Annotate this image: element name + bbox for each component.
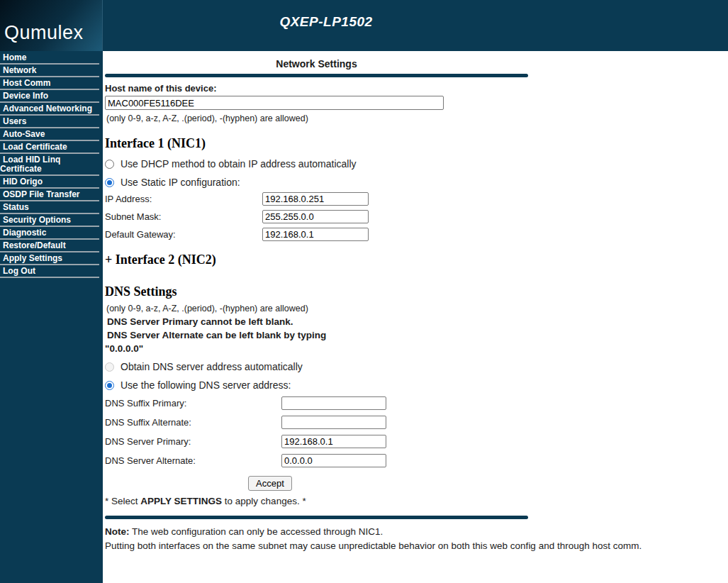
- sidebar-item-device-info[interactable]: Device Info: [0, 91, 99, 103]
- apply-note-suffix: to apply changes. *: [222, 496, 306, 506]
- default-gateway-input[interactable]: [262, 228, 369, 241]
- sidebar-item-advanced-networking[interactable]: Advanced Networking: [0, 104, 99, 116]
- dns-suffix-primary-label: DNS Suffix Primary:: [105, 398, 281, 409]
- subnet-mask-input[interactable]: [262, 210, 369, 223]
- dns-server-alternate-row: DNS Server Alternate:: [105, 454, 728, 467]
- apply-note-prefix: * Select: [105, 496, 140, 506]
- footer-note-text: The web configuration can only be access…: [130, 526, 383, 537]
- nic1-dhcp-option[interactable]: Use DHCP method to obtain IP address aut…: [105, 158, 728, 170]
- default-gateway-label: Default Gateway:: [105, 229, 262, 240]
- page-title: Network Settings: [105, 58, 528, 70]
- subnet-mask-row: Subnet Mask:: [105, 210, 728, 223]
- nic1-dhcp-label: Use DHCP method to obtain IP address aut…: [121, 158, 357, 170]
- dns-fields: DNS Suffix Primary: DNS Suffix Alternate…: [105, 396, 728, 467]
- nic1-heading: Interface 1 (NIC1): [105, 136, 728, 151]
- apply-settings-note: * Select APPLY SETTINGS to apply changes…: [105, 496, 728, 506]
- dns-manual-option[interactable]: Use the following DNS server address:: [105, 379, 728, 391]
- dns-server-primary-input[interactable]: [281, 435, 386, 448]
- footer-divider: [105, 516, 528, 519]
- footer-note-label: Note:: [105, 526, 130, 537]
- sidebar-item-apply-settings[interactable]: Apply Settings: [0, 253, 99, 265]
- sidebar-item-log-out[interactable]: Log Out: [0, 266, 99, 278]
- sidebar-item-hid-origo[interactable]: HID Origo: [0, 177, 99, 189]
- logo-text: Qumulex: [4, 22, 84, 44]
- dns-auto-label: Obtain DNS server address automatically: [121, 361, 303, 372]
- dns-suffix-alternate-row: DNS Suffix Alternate:: [105, 416, 728, 429]
- dns-server-alternate-label: DNS Server Alternate:: [105, 455, 281, 466]
- ip-address-label: IP Address:: [105, 194, 262, 204]
- dns-settings-heading: DNS Settings: [105, 284, 728, 299]
- accept-button[interactable]: Accept: [248, 476, 292, 491]
- apply-note-bold: APPLY SETTINGS: [140, 496, 222, 506]
- dns-allowed-chars-note: (only 0-9, a-z, A-Z, .(period), -(hyphen…: [105, 304, 728, 313]
- sidebar-item-security-options[interactable]: Security Options: [0, 215, 99, 227]
- sidebar-item-host-comm[interactable]: Host Comm: [0, 78, 99, 90]
- sidebar-item-osdp-file-transfer[interactable]: OSDP File Transfer: [0, 189, 99, 201]
- sidebar-item-load-certificate[interactable]: Load Certificate: [0, 142, 99, 154]
- footer-note-line2: Putting both interfaces on the same subn…: [105, 540, 728, 551]
- dns-manual-label: Use the following DNS server address:: [121, 379, 291, 391]
- logo: Qumulex: [0, 0, 103, 51]
- dns-server-primary-label: DNS Server Primary:: [105, 436, 281, 447]
- subnet-mask-label: Subnet Mask:: [105, 211, 262, 222]
- hostname-input[interactable]: [105, 96, 444, 110]
- dns-manual-radio[interactable]: [105, 381, 114, 390]
- title-divider: [105, 74, 528, 77]
- footer-note-line1: Note: The web configuration can only be …: [105, 526, 728, 537]
- dns-primary-warning: DNS Server Primary cannot be left blank.: [105, 316, 728, 327]
- sidebar-item-status[interactable]: Status: [0, 202, 99, 214]
- dns-suffix-alternate-input[interactable]: [281, 416, 386, 429]
- hostname-label: Host name of this device:: [105, 83, 728, 94]
- nic1-fields: IP Address: Subnet Mask: Default Gateway…: [105, 192, 728, 241]
- dns-server-alternate-input[interactable]: [281, 454, 386, 467]
- header-band: QXEP-LP1502: [103, 0, 728, 51]
- dns-auto-option: Obtain DNS server address automatically: [105, 361, 728, 372]
- nic2-expand-heading[interactable]: + Interface 2 (NIC2): [105, 252, 728, 267]
- nic1-dhcp-radio[interactable]: [105, 160, 114, 169]
- nic1-static-label: Use Static IP configuration:: [121, 177, 240, 188]
- header: Qumulex QXEP-LP1502: [0, 0, 728, 51]
- dns-suffix-alternate-label: DNS Suffix Alternate:: [105, 417, 281, 428]
- sidebar-item-home[interactable]: Home: [0, 52, 99, 65]
- dns-suffix-primary-row: DNS Suffix Primary:: [105, 396, 728, 410]
- sidebar-item-auto-save[interactable]: Auto-Save: [0, 129, 99, 141]
- hostname-allowed-chars-note: (only 0-9, a-z, A-Z, .(period), -(hyphen…: [105, 113, 728, 123]
- sidebar-item-users[interactable]: Users: [0, 116, 99, 128]
- dns-alternate-warning-line1: DNS Server Alternate can be left blank b…: [105, 330, 728, 340]
- ip-address-input[interactable]: [262, 192, 369, 206]
- sidebar-item-restore-default[interactable]: Restore/Default: [0, 240, 99, 252]
- nic1-static-radio[interactable]: [105, 178, 114, 187]
- sidebar-item-diagnostic[interactable]: Diagnostic: [0, 228, 99, 240]
- nic1-static-option[interactable]: Use Static IP configuration:: [105, 177, 728, 188]
- sidebar-item-load-hid-linq-certificate[interactable]: Load HID Linq Certificate: [0, 155, 99, 176]
- dns-auto-radio: [105, 362, 114, 372]
- dns-alternate-warning-line2: "0.0.0.0": [105, 343, 728, 354]
- default-gateway-row: Default Gateway:: [105, 228, 728, 241]
- main-content: Network Settings Host name of this devic…: [103, 51, 728, 583]
- sidebar-item-network[interactable]: Network: [0, 65, 99, 77]
- dns-suffix-primary-input[interactable]: [281, 396, 386, 410]
- dns-server-primary-row: DNS Server Primary:: [105, 435, 728, 448]
- device-model-title: QXEP-LP1502: [103, 14, 549, 30]
- ip-address-row: IP Address:: [105, 192, 728, 206]
- sidebar-nav: Home Network Host Comm Device Info Advan…: [0, 51, 103, 583]
